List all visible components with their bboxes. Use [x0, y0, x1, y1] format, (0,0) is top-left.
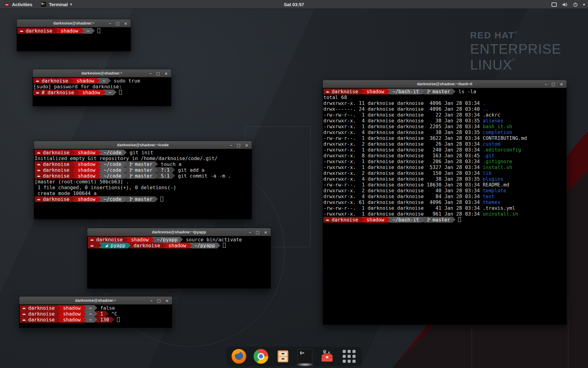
terminal-line: drwxrwxr-x. 2 darknoise darknoise 40 Jan… — [323, 188, 567, 194]
powerline-separator — [72, 150, 75, 155]
powerline-separator — [98, 150, 101, 155]
terminal-line: darknoiseshadow~false — [20, 305, 172, 311]
window-titlebar[interactable]: darknoise@shadow:~ – □ × — [19, 297, 172, 305]
output-text: -rw-rw-r--. 1 darknoise darknoise 22 Jan… — [323, 112, 483, 118]
powerline-separator — [57, 305, 60, 311]
window-titlebar[interactable]: darknoise@shadow:~ – □ × — [33, 69, 171, 77]
window-close-button[interactable]: × — [165, 299, 169, 303]
powerline-separator — [155, 196, 158, 202]
window-maximize-button[interactable]: □ — [116, 21, 119, 25]
window-titlebar[interactable]: darknoise@shadow:~/bash-it – □ × — [323, 80, 567, 88]
terminal-line: darknoiseshadow~/codemaster — [35, 196, 252, 202]
prompt-segment-host: shadow — [75, 196, 98, 202]
powerline-separator — [106, 311, 109, 316]
prompt-segment-dir: ~/bash-it — [390, 89, 422, 94]
dock-app-grid-icon[interactable] — [342, 349, 356, 364]
redhat-prompt-icon — [37, 174, 41, 178]
terminal-line: -rw-rw-r--. 1 darknoise darknoise 3622 J… — [323, 135, 567, 141]
output-text: test — [483, 194, 495, 199]
terminal-content[interactable]: darknoiseshadow~/codegit initInitialized… — [34, 149, 252, 219]
output-text: .git — [483, 153, 495, 159]
dock-toolbox-icon[interactable] — [320, 349, 334, 364]
python-venv-icon — [104, 243, 108, 247]
dock-firefox-icon[interactable] — [232, 349, 246, 364]
window-minimize-button[interactable]: – — [149, 71, 152, 75]
terminal-cursor — [223, 243, 226, 248]
system-status-area[interactable]: ▾ — [552, 0, 585, 9]
terminal-line: darknoiseshadow~ — [17, 28, 131, 34]
git-branch-icon — [130, 168, 133, 172]
output-text: . — [483, 100, 486, 106]
output-text: .travis.yml — [483, 205, 515, 211]
terminal-line: darknoiseshadow~1^C — [20, 311, 172, 317]
prompt-segment-dir: ~ — [106, 90, 114, 95]
terminal-line: drwxrwxr-x. 2 darknoise darknoise 26 Jan… — [323, 141, 567, 147]
powerline-separator — [361, 89, 364, 94]
powerline-separator — [124, 167, 127, 173]
terminal-content[interactable]: darknoiseshadow~ — [17, 27, 131, 51]
window-close-button[interactable]: × — [124, 21, 127, 25]
terminal-content[interactable]: darknoiseshadow~sudo true[sudo] password… — [33, 77, 171, 106]
output-text: -rwxrwxr-x. 1 darknoise darknoise 2205 J… — [323, 124, 483, 129]
window-title: darknoise@shadow:~ — [53, 21, 94, 25]
window-maximize-button[interactable]: □ — [256, 230, 259, 234]
command-text: git init — [130, 150, 153, 155]
window-close-button[interactable]: × — [245, 143, 248, 147]
output-text: -rwxrwxr-x. 1 darknoise darknoise 961 Ja… — [323, 211, 483, 217]
power-icon — [573, 2, 578, 7]
dock-terminal-icon[interactable]: $> — [298, 349, 312, 364]
window-titlebar[interactable]: darknoise@shadow:~/pyapp – □ × — [87, 228, 271, 236]
output-text: .gitignore — [483, 159, 512, 164]
prompt-segment-user — [88, 243, 99, 248]
terminal-content[interactable]: darknoiseshadow~/bash-itmasterls -latota… — [323, 88, 567, 324]
output-text: drwxrwxr-x. 4 darknoise darknoise 38 Jan… — [323, 118, 483, 124]
terminal-line: total 68 — [323, 94, 567, 100]
git-branch-icon — [427, 217, 431, 222]
powerline-separator — [189, 243, 192, 248]
running-indicator-glow — [296, 363, 314, 366]
terminal-content[interactable]: darknoiseshadow~/pyappsource bin/activat… — [87, 236, 271, 288]
powerline-separator — [99, 243, 102, 248]
window-minimize-button[interactable]: – — [230, 143, 232, 147]
dock-files-icon[interactable] — [276, 349, 290, 364]
window-minimize-button[interactable]: – — [249, 230, 251, 234]
powerline-separator — [103, 90, 106, 95]
window-close-button[interactable]: × — [560, 82, 563, 86]
window-maximize-button[interactable]: □ — [157, 299, 161, 303]
window-close-button[interactable]: × — [264, 230, 267, 234]
powerline-separator — [172, 167, 175, 173]
terminal-cursor — [160, 197, 163, 201]
prompt-segment-dir: ~ — [86, 305, 95, 311]
window-minimize-button[interactable]: – — [545, 82, 547, 86]
window-titlebar[interactable]: darknoise@shadow:~/code – □ × — [34, 141, 252, 149]
window-minimize-button[interactable]: – — [150, 299, 153, 303]
app-menu-terminal[interactable]: $> Terminal ▾ — [40, 1, 72, 7]
clock[interactable]: Sat 03:57 — [284, 2, 304, 7]
terminal-line: pyappdarknoiseshadow~/pyapp — [88, 243, 271, 248]
powerline-separator — [421, 217, 424, 222]
output-text: drwxrwxr-x. 4 darknoise darknoise 84 Jan… — [323, 194, 483, 199]
prompt-segment-user: darknoise — [35, 150, 72, 155]
terminal-line: drwxrwxr-x. 4 darknoise darknoise 38 Jan… — [323, 118, 567, 124]
brand-line1: RED HAT — [470, 30, 514, 40]
window-close-button[interactable]: × — [164, 71, 168, 75]
terminal-line: create mode 100644 a — [35, 190, 252, 196]
prompt-segment-gitstat: ?:1 — [158, 167, 172, 173]
powerline-separator — [124, 173, 127, 178]
dock-chrome-icon[interactable] — [254, 349, 268, 364]
powerline-separator — [361, 217, 364, 222]
terminal-line: darknoiseshadow~/codemastertouch a — [35, 161, 252, 167]
terminal-line: darknoiseshadow~130 — [20, 317, 172, 323]
dock: $> — [226, 347, 362, 366]
prompt-segment-dir: ~/code — [101, 161, 124, 167]
window-titlebar[interactable]: darknoise@shadow:~ – □ × — [17, 19, 131, 27]
window-maximize-button[interactable]: □ — [552, 82, 555, 86]
prompt-segment-user: darknoise — [33, 78, 71, 84]
output-text: completion — [483, 129, 512, 135]
terminal-line: drwxrwxr-x. 2 darknoise darknoise 150 Ja… — [323, 170, 567, 176]
activities-button[interactable]: Activities — [4, 2, 32, 7]
terminal-content[interactable]: darknoiseshadow~falsedarknoiseshadow~1^C… — [19, 305, 172, 328]
window-maximize-button[interactable]: □ — [237, 143, 240, 147]
window-maximize-button[interactable]: □ — [156, 71, 160, 75]
window-minimize-button[interactable]: – — [109, 21, 111, 25]
